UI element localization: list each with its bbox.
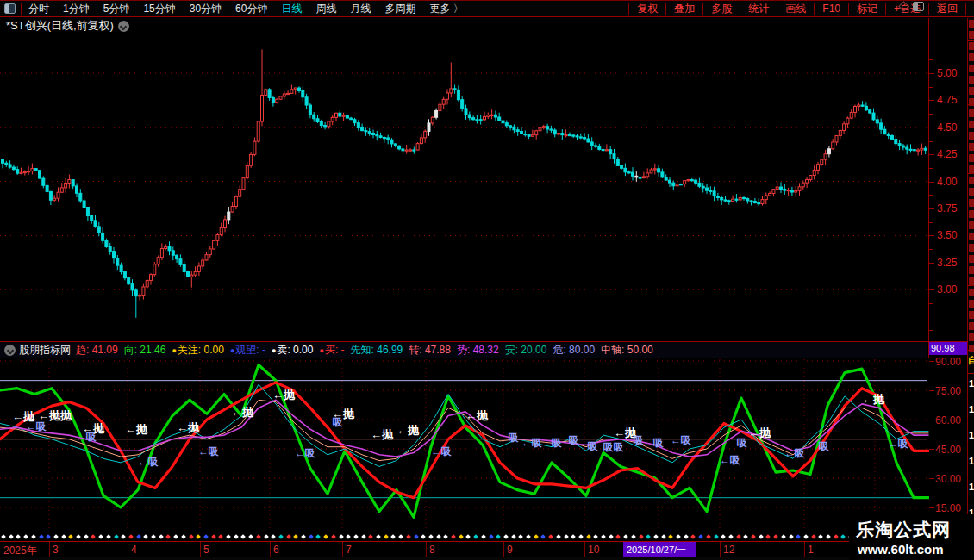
period-item-30分钟[interactable]: 30分钟 [183, 3, 228, 15]
period-item-15分钟[interactable]: 15分钟 [136, 3, 182, 15]
strip-digit[interactable]: 1 [969, 456, 974, 466]
price-subtick [929, 330, 933, 331]
title-dropdown-icon[interactable] [118, 21, 129, 32]
price-tick [929, 263, 934, 264]
period-item-60分钟[interactable]: 60分钟 [228, 3, 274, 15]
signal-dot [278, 534, 284, 539]
indicator-dropdown-icon[interactable] [4, 345, 16, 356]
period-item-分时[interactable]: 分时 [22, 3, 56, 15]
svg-text:←抛: ←抛 [748, 426, 771, 439]
period-item-周线[interactable]: 周线 [309, 3, 343, 15]
month-tick [426, 542, 427, 557]
tool-item-多股[interactable]: 多股 [702, 3, 740, 15]
split-window-icon[interactable] [913, 2, 924, 11]
signal-dot [376, 534, 381, 539]
signal-dot [826, 534, 831, 539]
title-corner-icons [900, 2, 924, 11]
svg-text:吸: 吸 [588, 440, 598, 452]
strip-digit[interactable]: 1 [969, 482, 974, 492]
period-item-日线[interactable]: 日线 [274, 3, 309, 15]
tool-item-画线[interactable]: 画线 [777, 3, 814, 15]
strip-divider [968, 40, 974, 41]
svg-text:吸: 吸 [653, 437, 664, 449]
strip-divider [968, 173, 974, 174]
signal-dot [323, 534, 328, 539]
svg-text:吸: 吸 [819, 440, 829, 452]
period-item-更多 〉[interactable]: 更多 〉 [422, 3, 470, 15]
signal-dot [811, 534, 816, 539]
tool-item-复权[interactable]: 复权 [628, 3, 665, 15]
diamond-icon[interactable] [898, 1, 909, 12]
month-tick [720, 542, 721, 557]
strip-divider [968, 104, 974, 105]
indicator-axis-label: 75.00 [935, 385, 971, 397]
signal-dot [84, 534, 89, 539]
period-item-5分钟[interactable]: 5分钟 [97, 3, 137, 15]
signal-dot [406, 534, 411, 539]
price-label: 3.25 [937, 257, 971, 269]
tool-item-标记[interactable]: 标记 [848, 3, 885, 15]
sidebar-highlight-item[interactable]: 自 [968, 354, 974, 367]
signal-dot [661, 534, 666, 539]
svg-text:←吸: ←吸 [26, 420, 47, 432]
period-item-多周期[interactable]: 多周期 [378, 3, 422, 15]
price-label: 4.25 [937, 148, 971, 160]
tool-item-叠加[interactable]: 叠加 [665, 3, 702, 15]
signal-dot [578, 534, 584, 539]
month-tick [200, 542, 201, 557]
signal-dot [203, 534, 209, 539]
right-sidebar-strip[interactable]: 自 111111 [967, 18, 974, 557]
strip-digit[interactable]: 1 [969, 378, 974, 389]
tool-item-返回[interactable]: 返回 [928, 3, 966, 15]
candlestick-chart[interactable] [0, 34, 929, 341]
tool-item-F10[interactable]: F10 [814, 3, 848, 15]
price-tick [929, 208, 934, 209]
month-label: 5 [203, 544, 209, 556]
strip-digit[interactable]: 1 [969, 430, 974, 440]
price-subtick [929, 168, 933, 169]
signal-dot [114, 534, 119, 539]
signal-dot [106, 534, 111, 539]
stock-app-window: 分时1分钟5分钟15分钟30分钟60分钟日线周线月线多周期更多 〉 复权叠加多股… [0, 0, 974, 560]
signal-dot [803, 534, 809, 539]
indicator-tick [929, 507, 934, 508]
date-axis[interactable]: 2025年 2025/10/27/一 345678910121 [0, 541, 974, 557]
svg-text:←抛: ←抛 [396, 424, 420, 437]
signal-dot [353, 534, 359, 539]
month-tick [659, 542, 659, 557]
signal-dot [496, 534, 501, 539]
indicator-field-势: 势: 48.32 [457, 344, 499, 356]
signal-dot [9, 534, 14, 539]
svg-text:吸: 吸 [634, 434, 644, 446]
month-label: 10 [588, 544, 599, 556]
window-layout-icon[interactable] [4, 3, 16, 14]
signal-dot [46, 534, 51, 539]
month-tick [128, 542, 128, 557]
signal-dot [256, 534, 261, 539]
watermark: 乐淘公式网 www.60lt.com [849, 514, 974, 560]
indicator-tick [929, 390, 934, 391]
signal-dot [556, 534, 561, 539]
tool-item-统计[interactable]: 统计 [740, 3, 777, 15]
svg-text:←吸: ←吸 [720, 454, 740, 466]
signal-dot [728, 534, 734, 539]
signal-dot [31, 534, 36, 539]
svg-text:←吸: ←吸 [784, 447, 805, 459]
signal-dot [368, 534, 373, 539]
signal-dot [668, 534, 673, 539]
signal-dot [241, 534, 247, 539]
price-tick [929, 289, 934, 290]
strip-digit[interactable]: 1 [969, 404, 974, 414]
indicator-values: 趋: 41.09向: 21.46●关注: 0.00●观望: -●卖: 0.00●… [76, 343, 659, 358]
signal-dot [473, 534, 478, 539]
signal-dot [361, 534, 366, 539]
indicator-chart[interactable]: ←抛←抛抛←抛←抛←抛←抛←抛←抛←抛←抛←抛←抛←抛←抛←吸吸←吸←吸←吸吸←… [0, 358, 929, 534]
signal-dot [601, 534, 606, 539]
indicator-axis-label: 15.00 [935, 502, 971, 514]
period-item-1分钟[interactable]: 1分钟 [56, 3, 97, 15]
price-subtick [929, 195, 933, 196]
month-label: 3 [53, 544, 59, 556]
signal-dot [489, 534, 494, 539]
signal-dot [466, 534, 471, 539]
period-item-月线[interactable]: 月线 [343, 3, 378, 15]
